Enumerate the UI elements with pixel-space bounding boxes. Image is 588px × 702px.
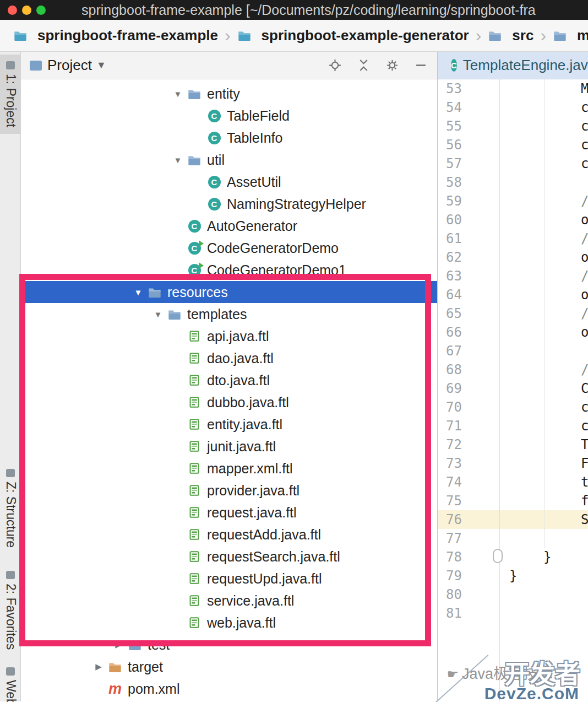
tree-item-util[interactable]: ▼util — [21, 149, 437, 171]
tree-item-requestadd-java-ftl[interactable]: requestAdd.java.ftl — [21, 523, 437, 546]
tree-item-web-java-ftl[interactable]: web.java.ftl — [21, 612, 437, 634]
fullscreen-window-button[interactable] — [36, 6, 46, 15]
editor-line-78: 78} — [438, 548, 588, 566]
tree-item-label: requestAdd.java.ftl — [207, 527, 321, 543]
line-number: 56 — [438, 137, 499, 153]
tree-item-request-java-ftl[interactable]: request.java.ftl — [21, 501, 437, 523]
code-text: } — [499, 568, 588, 584]
template-file-icon — [187, 397, 202, 408]
chevron-down-icon[interactable]: ▼ — [149, 310, 167, 319]
chevron-right-icon[interactable]: ▶ — [89, 662, 108, 672]
project-view-dropdown-icon[interactable]: ▼ — [96, 60, 106, 71]
tree-item-label: AutoGenerator — [207, 218, 297, 234]
tree-item-dao-java-ftl[interactable]: dao.java.ftl — [21, 347, 437, 369]
line-number: 71 — [438, 418, 499, 434]
tree-item-label: provider.java.ftl — [207, 483, 300, 499]
tool-window-button-z-structure[interactable]: Z: Structure — [0, 462, 21, 554]
folder-icon — [488, 30, 502, 41]
breadcrumb-item-springboot-example-generator[interactable]: springboot-example-generator — [237, 27, 469, 44]
tree-item-junit-java-ftl[interactable]: junit.java.ftl — [21, 435, 437, 457]
chevron-right-icon[interactable]: ▶ — [109, 640, 128, 650]
tree-item-label: dao.java.ftl — [207, 350, 274, 366]
tree-item-entity[interactable]: ▼entity — [21, 83, 437, 105]
close-window-button[interactable] — [8, 6, 17, 15]
tree-item-dto-java-ftl[interactable]: dto.java.ftl — [21, 369, 437, 391]
editor-line-57: 57co — [438, 154, 588, 173]
code-text — [499, 587, 588, 602]
line-number: 72 — [438, 437, 499, 452]
breadcrumb-item-springboot-frame-example[interactable]: springboot-frame-example — [13, 27, 218, 44]
tree-item-requestupd-java-ftl[interactable]: requestUpd.java.ftl — [21, 568, 437, 590]
tool-window-icon — [6, 571, 15, 579]
tree-item-codegeneratordemo1[interactable]: CCodeGeneratorDemo1 — [21, 259, 437, 281]
tree-item-autogenerator[interactable]: CAutoGenerator — [21, 215, 437, 237]
breadcrumb: springboot-frame-example›springboot-exam… — [0, 20, 588, 52]
editor-line-64: 64ob — [438, 285, 588, 304]
chevron-down-icon[interactable]: ▼ — [129, 288, 148, 297]
editor-line-80: 80 — [438, 585, 588, 604]
editor-tab-label: TemplateEngine.java — [463, 57, 588, 74]
tree-item-label: api.java.ftl — [207, 328, 269, 344]
folder-icon — [167, 309, 182, 320]
line-number: 65 — [438, 306, 499, 321]
tool-window-label: Z: Structure — [3, 482, 18, 548]
tree-item-tablefield[interactable]: CTableField — [21, 105, 437, 127]
tree-item-templates[interactable]: ▼templates — [21, 303, 437, 325]
tool-window-button-1-project[interactable]: 1: Project — [0, 55, 21, 134]
chevron-down-icon[interactable]: ▼ — [168, 89, 187, 99]
code-fold-handle[interactable] — [493, 549, 503, 563]
settings-gear-icon[interactable] — [385, 59, 399, 72]
tree-item-tableinfo[interactable]: CTableInfo — [21, 127, 437, 149]
line-number: 66 — [438, 325, 499, 340]
code-text: } — [499, 549, 588, 565]
tree-item-codegeneratordemo[interactable]: CCodeGeneratorDemo — [21, 237, 437, 259]
code-lines: 53Me54co55co56co57co5859//60ob61//62ob63… — [438, 79, 588, 623]
tree-item-namingstrategyhelper[interactable]: CNamingStrategyHelper — [21, 193, 437, 215]
chevron-down-icon[interactable]: ▼ — [168, 155, 187, 165]
editor-body[interactable]: 53Me54co55co56co57co5859//60ob61//62ob63… — [438, 79, 588, 701]
breadcrumb-separator-icon: › — [540, 25, 546, 46]
line-number: 69 — [438, 381, 499, 396]
line-number: 67 — [438, 343, 499, 359]
collapse-all-icon[interactable] — [357, 59, 370, 72]
excluded-folder-icon — [108, 662, 122, 672]
tree-item-label: target — [128, 659, 163, 675]
line-number: 59 — [438, 193, 499, 209]
tree-item-label: entity.java.ftl — [207, 417, 282, 433]
module-folder-icon — [13, 30, 28, 41]
tree-item-label: service.java.ftl — [207, 593, 294, 609]
tree-item-target[interactable]: ▶target — [21, 656, 437, 678]
tree-item-test[interactable]: ▶test — [21, 634, 437, 656]
hide-panel-icon[interactable] — [414, 59, 427, 72]
tree-item-api-java-ftl[interactable]: api.java.ftl — [21, 325, 437, 347]
tool-window-button-2-favorites[interactable]: 2: Favorites — [0, 564, 21, 656]
tree-item-mapper-xml-ftl[interactable]: mapper.xml.ftl — [21, 457, 437, 479]
tree-item-assetutil[interactable]: CAssetUtil — [21, 171, 437, 193]
line-number: 63 — [438, 268, 499, 284]
tree-item-pom-xml[interactable]: mpom.xml — [21, 678, 437, 700]
tool-window-label: Web — [3, 680, 18, 702]
tree-item-resources[interactable]: ▼resources — [21, 281, 437, 303]
tool-window-button-web[interactable]: Web — [0, 661, 21, 702]
editor-line-69: 69Co — [438, 379, 588, 398]
line-number: 75 — [438, 493, 499, 509]
breadcrumb-item-main[interactable]: main — [553, 27, 588, 44]
minimize-window-button[interactable] — [22, 6, 31, 15]
template-file-icon — [187, 353, 202, 364]
tree-item-entity-java-ftl[interactable]: entity.java.ftl — [21, 413, 437, 435]
editor-tab-bar: C TemplateEngine.java — [438, 52, 588, 79]
locate-icon[interactable] — [328, 59, 341, 72]
tree-item-label: CodeGeneratorDemo1 — [207, 262, 346, 278]
editor-tab-templateengine[interactable]: C TemplateEngine.java — [438, 57, 588, 74]
tree-item-dubbo-java-ftl[interactable]: dubbo.java.ftl — [21, 391, 437, 413]
tree-item-requestsearch-java-ftl[interactable]: requestSearch.java.ftl — [21, 546, 437, 568]
tree-item-provider-java-ftl[interactable]: provider.java.ftl — [21, 479, 437, 501]
tree-item-label: requestSearch.java.ftl — [207, 549, 340, 565]
breadcrumb-separator-icon: › — [476, 25, 482, 46]
tree-item-service-java-ftl[interactable]: service.java.ftl — [21, 590, 437, 612]
editor-line-58: 58 — [438, 173, 588, 192]
breadcrumb-item-src[interactable]: src — [488, 27, 533, 44]
tree-item-label: requestUpd.java.ftl — [207, 571, 322, 587]
editor-line-56: 56co — [438, 136, 588, 154]
folder-icon — [148, 287, 162, 298]
